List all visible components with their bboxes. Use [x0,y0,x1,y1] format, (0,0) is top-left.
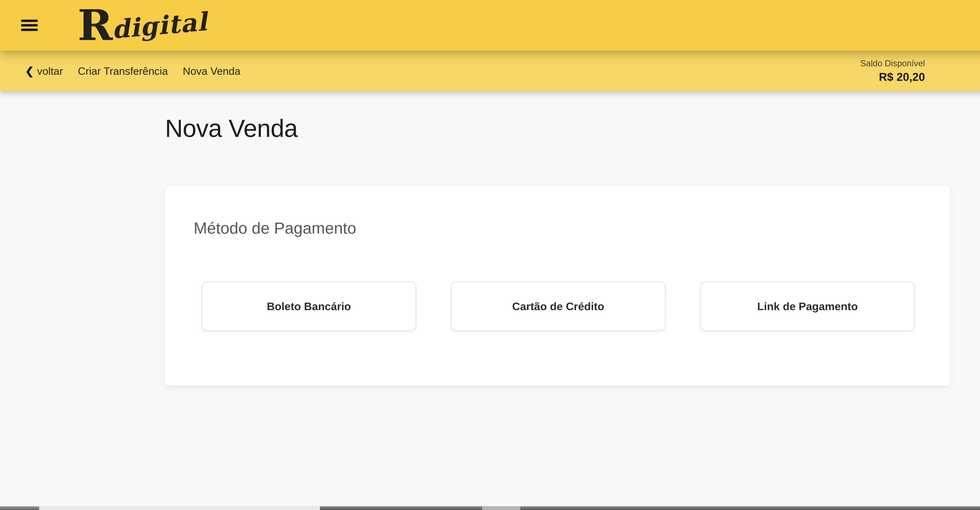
brand-logo-letter: R [78,5,113,45]
secondary-nav-bar: ❮ voltar Criar Transferência Nova Venda … [0,51,980,91]
card-title: Método de Pagamento [194,218,915,238]
back-link[interactable]: ❮ voltar [25,65,63,77]
main-content: Nova Venda Método de Pagamento Boleto Ba… [0,91,980,386]
back-link-label: voltar [37,65,63,77]
payment-method-link-button[interactable]: Link de Pagamento [700,281,915,331]
hamburger-icon [21,20,38,22]
bottom-scrollbar-track [0,506,980,510]
bottom-strip-left-segment [0,506,39,510]
payment-method-options: Boleto Bancário Cartão de Crédito Link d… [202,281,915,331]
balance-available: Saldo Disponível R$ 20,20 [860,59,925,83]
page-title: Nova Venda [165,114,980,143]
nav-link-criar-transferencia[interactable]: Criar Transferência [78,65,168,77]
balance-available-label: Saldo Disponível [860,59,925,68]
payment-method-cartao-button[interactable]: Cartão de Crédito [451,281,666,331]
bottom-strip-light-segment [482,506,520,510]
menu-button[interactable] [21,20,38,31]
brand-logo-script: digital [111,9,208,42]
brand-logo[interactable]: R digital [78,5,207,45]
hamburger-icon [21,29,38,31]
balance-available-value: R$ 20,20 [860,70,925,83]
payment-method-card: Método de Pagamento Boleto Bancário Cart… [165,186,950,386]
hamburger-icon [21,24,38,27]
nav-link-nova-venda[interactable]: Nova Venda [183,65,240,77]
chevron-left-icon: ❮ [25,66,34,76]
bottom-scrollbar-thumb[interactable] [320,506,980,510]
top-app-bar: R digital [0,0,980,51]
balances: Saldo Disponível R$ 20,20 Saldo a recebe… [860,59,980,83]
payment-method-boleto-button[interactable]: Boleto Bancário [202,281,416,331]
